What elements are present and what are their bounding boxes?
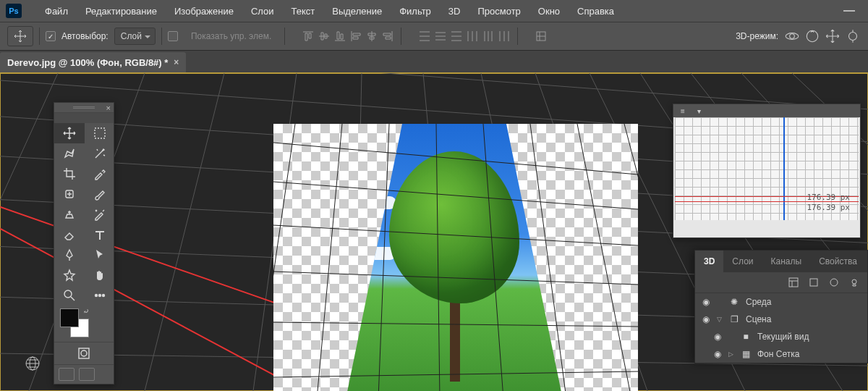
minimize-icon[interactable] bbox=[843, 10, 855, 12]
visibility-icon[interactable]: ◉ bbox=[701, 314, 711, 324]
more-tools-icon[interactable] bbox=[85, 285, 115, 306]
foreground-color-swatch[interactable] bbox=[60, 308, 79, 327]
dist-left-icon[interactable] bbox=[465, 29, 480, 43]
tool-grid bbox=[54, 123, 114, 306]
expand-icon[interactable]: ▷ bbox=[728, 350, 734, 358]
type-tool[interactable] bbox=[85, 224, 115, 245]
svg-line-33 bbox=[273, 322, 638, 327]
svg-line-40 bbox=[530, 124, 566, 391]
align-right-icon[interactable] bbox=[380, 29, 395, 43]
slide-icon[interactable] bbox=[845, 28, 861, 44]
menu-filter[interactable]: Фильтр bbox=[391, 6, 440, 17]
tab-properties[interactable]: Свойства bbox=[810, 251, 866, 272]
filter-scene-icon[interactable] bbox=[788, 277, 799, 288]
menu-file[interactable]: Файл bbox=[36, 6, 77, 17]
hand-tool[interactable] bbox=[85, 265, 115, 285]
autoselect-checkbox[interactable] bbox=[46, 31, 56, 41]
filter-material-icon[interactable] bbox=[828, 277, 840, 288]
dist-right-icon[interactable] bbox=[497, 29, 511, 43]
canvas-workspace[interactable]: × ⤾ bbox=[0, 72, 868, 391]
svg-line-14 bbox=[0, 73, 58, 391]
separator bbox=[39, 28, 40, 45]
tool-panel-title bbox=[54, 113, 114, 123]
path-select-tool[interactable] bbox=[85, 245, 115, 265]
clone-stamp-tool[interactable] bbox=[54, 204, 85, 224]
svg-line-34 bbox=[273, 371, 638, 377]
autoselect-dropdown[interactable]: Слой bbox=[114, 28, 156, 45]
menu-image[interactable]: Изображение bbox=[166, 6, 242, 17]
orbit-icon[interactable] bbox=[784, 28, 800, 44]
svg-point-55 bbox=[830, 279, 838, 286]
visibility-icon[interactable]: ◉ bbox=[712, 332, 723, 342]
tool-indicator-icon[interactable] bbox=[7, 26, 33, 46]
expand-icon[interactable]: ▽ bbox=[717, 316, 723, 323]
svg-line-39 bbox=[483, 124, 503, 391]
align-hcenter-icon[interactable] bbox=[365, 29, 379, 43]
dist-bottom-icon[interactable] bbox=[449, 29, 464, 43]
align-top-icon[interactable] bbox=[301, 29, 315, 43]
close-tab-icon[interactable]: × bbox=[174, 57, 179, 67]
scene-item-scene[interactable]: ◉ ▽ ❐ Сцена bbox=[695, 311, 867, 328]
history-brush-tool[interactable] bbox=[85, 204, 115, 224]
ruler-icon[interactable]: ≡ bbox=[678, 106, 688, 116]
svg-rect-53 bbox=[789, 278, 798, 287]
menu-select[interactable]: Выделение bbox=[323, 6, 391, 17]
navigator-header[interactable]: ≡ ▾ bbox=[673, 104, 860, 117]
visibility-icon[interactable]: ◉ bbox=[701, 297, 711, 307]
filter-light-icon[interactable] bbox=[848, 277, 860, 288]
scene-item-mesh[interactable]: ◉ ▷ ▦ Фон Сетка bbox=[695, 345, 867, 363]
zoom-tool[interactable] bbox=[54, 285, 85, 306]
swap-colors-icon[interactable]: ⤾ bbox=[83, 307, 89, 315]
eyedropper-tool[interactable] bbox=[85, 164, 115, 184]
environment-icon: ✺ bbox=[728, 297, 740, 307]
align-bottom-icon[interactable] bbox=[333, 29, 347, 43]
tool-panel-handle[interactable]: × bbox=[54, 103, 114, 113]
dropdown-icon[interactable]: ▾ bbox=[694, 106, 704, 116]
document-tab[interactable]: Derevo.jpg @ 100% (Фон, RGB/8#) * × bbox=[0, 52, 186, 72]
svg-point-4 bbox=[849, 33, 857, 41]
menu-edit[interactable]: Редактирование bbox=[77, 6, 166, 17]
marquee-tool[interactable] bbox=[85, 123, 115, 143]
crop-tool[interactable] bbox=[54, 164, 85, 184]
pen-tool[interactable] bbox=[54, 245, 85, 265]
svg-line-16 bbox=[145, 73, 224, 391]
align-vcenter-icon[interactable] bbox=[317, 29, 331, 43]
scene-item-current-view[interactable]: ◉ ■ Текущий вид bbox=[695, 328, 867, 345]
roll-icon[interactable] bbox=[804, 28, 820, 44]
filter-mesh-icon[interactable] bbox=[808, 277, 820, 288]
dist-vcenter-icon[interactable] bbox=[433, 29, 448, 43]
menu-window[interactable]: Окно bbox=[529, 6, 569, 17]
visibility-icon[interactable]: ◉ bbox=[712, 349, 723, 359]
show-controls-checkbox[interactable] bbox=[168, 31, 178, 41]
menu-layers[interactable]: Слои bbox=[242, 6, 283, 17]
move-tool[interactable] bbox=[54, 123, 85, 143]
item-label: Среда bbox=[746, 297, 771, 307]
mode-3d-label: 3D-режим: bbox=[736, 31, 778, 41]
screen-mode-full-icon[interactable] bbox=[79, 368, 95, 381]
quickmask-icon[interactable] bbox=[73, 345, 95, 361]
close-panel-icon[interactable]: × bbox=[106, 104, 111, 112]
spot-heal-tool[interactable] bbox=[54, 184, 85, 204]
globe-icon[interactable] bbox=[25, 356, 41, 371]
pan-icon[interactable] bbox=[825, 28, 841, 44]
dist-hcenter-icon[interactable] bbox=[481, 29, 495, 43]
brush-tool[interactable] bbox=[85, 184, 115, 204]
menu-help[interactable]: Справка bbox=[569, 6, 623, 17]
tab-layers[interactable]: Слои bbox=[723, 251, 762, 272]
separator bbox=[517, 28, 518, 45]
align-left-icon[interactable] bbox=[349, 29, 363, 43]
tab-3d[interactable]: 3D bbox=[695, 251, 723, 272]
dist-top-icon[interactable] bbox=[417, 29, 432, 43]
eraser-tool[interactable] bbox=[54, 224, 85, 245]
screen-mode-standard-icon[interactable] bbox=[59, 368, 75, 381]
menu-text[interactable]: Текст bbox=[283, 6, 324, 17]
magic-wand-tool[interactable] bbox=[85, 143, 115, 164]
auto-align-icon[interactable] bbox=[534, 29, 548, 43]
lasso-tool[interactable] bbox=[54, 143, 85, 164]
shape-tool[interactable] bbox=[54, 265, 85, 285]
tab-channels[interactable]: Каналы bbox=[762, 251, 811, 272]
menu-view[interactable]: Просмотр bbox=[469, 6, 529, 17]
svg-line-37 bbox=[378, 124, 389, 391]
menu-3d[interactable]: 3D bbox=[440, 6, 469, 17]
scene-item-environment[interactable]: ◉ ✺ Среда bbox=[695, 293, 867, 311]
